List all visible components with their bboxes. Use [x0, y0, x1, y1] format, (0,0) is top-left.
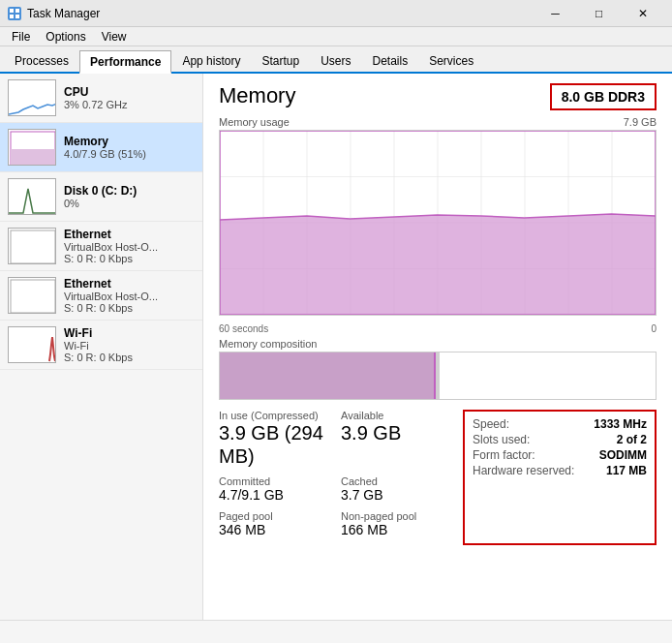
main-container: CPU 3% 0.72 GHz Memory 4.0/7.9 GB (51%) — [0, 74, 672, 620]
slots-label: Slots used: — [473, 433, 574, 446]
disk-detail: 0% — [64, 198, 195, 209]
menu-bar: File Options View — [0, 27, 672, 46]
maximize-button[interactable]: □ — [577, 0, 621, 27]
svg-rect-5 — [11, 149, 55, 165]
stat-cached: Cached 3.7 GB — [341, 475, 463, 503]
disk-name: Disk 0 (C: D:) — [64, 184, 195, 198]
composition-free — [440, 352, 656, 399]
cpu-name: CPU — [64, 85, 195, 99]
svg-rect-7 — [11, 280, 55, 313]
svg-rect-3 — [15, 15, 19, 18]
cached-value: 3.7 GB — [341, 487, 463, 503]
stat-available: Available 3.9 GB — [341, 410, 463, 468]
sidebar-item-memory[interactable]: Memory 4.0/7.9 GB (51%) — [0, 123, 202, 172]
svg-rect-6 — [11, 230, 55, 263]
in-use-value: 3.9 GB (294 MB) — [219, 421, 341, 468]
app-icon — [8, 7, 21, 20]
stats-container: In use (Compressed) 3.9 GB (294 MB) Avai… — [219, 410, 657, 545]
disk-info: Disk 0 (C: D:) 0% — [64, 184, 195, 209]
paged-pool-label: Paged pool — [219, 510, 341, 522]
sidebar: CPU 3% 0.72 GHz Memory 4.0/7.9 GB (51%) — [0, 74, 203, 620]
memory-mini-chart — [8, 129, 56, 166]
ethernet1-mini-chart — [8, 228, 56, 264]
speed-value: 1333 MHz — [582, 417, 647, 431]
stats-right: Speed: 1333 MHz Slots used: 2 of 2 Form … — [463, 410, 657, 545]
available-label: Available — [341, 410, 463, 421]
sidebar-item-ethernet2[interactable]: Ethernet VirtualBox Host-O... S: 0 R: 0 … — [0, 271, 202, 321]
tab-services[interactable]: Services — [418, 48, 484, 72]
ethernet1-detail: VirtualBox Host-O... — [64, 241, 195, 253]
wifi-detail2: S: 0 R: 0 Kbps — [64, 352, 195, 363]
ethernet1-detail2: S: 0 R: 0 Kbps — [64, 253, 195, 264]
composition-in-use — [220, 352, 434, 399]
ethernet1-info: Ethernet VirtualBox Host-O... S: 0 R: 0 … — [64, 228, 195, 264]
form-value: SODIMM — [582, 448, 647, 462]
ethernet2-info: Ethernet VirtualBox Host-O... S: 0 R: 0 … — [64, 277, 195, 314]
cached-label: Cached — [341, 475, 463, 487]
graph-label-row: Memory usage 7.9 GB — [219, 116, 657, 130]
paged-pool-value: 346 MB — [219, 522, 341, 537]
content-header: Memory 8.0 GB DDR3 — [219, 83, 657, 110]
stat-paged-pool: Paged pool 346 MB — [219, 510, 341, 537]
tab-processes[interactable]: Processes — [4, 48, 79, 72]
stat-committed: Committed 4.7/9.1 GB — [219, 475, 341, 503]
form-label: Form factor: — [473, 448, 574, 462]
tab-users[interactable]: Users — [310, 48, 361, 72]
speed-label: Speed: — [473, 417, 574, 431]
cpu-detail: 3% 0.72 GHz — [64, 99, 195, 110]
in-use-label: In use (Compressed) — [219, 410, 341, 421]
ethernet2-detail2: S: 0 R: 0 Kbps — [64, 302, 195, 314]
memory-type-badge: 8.0 GB DDR3 — [550, 83, 657, 110]
tab-startup[interactable]: Startup — [251, 48, 310, 72]
main-graph-container — [219, 130, 657, 316]
svg-rect-2 — [10, 15, 14, 18]
sidebar-item-cpu[interactable]: CPU 3% 0.72 GHz — [0, 74, 202, 123]
ethernet2-detail: VirtualBox Host-O... — [64, 291, 195, 302]
menu-options[interactable]: Options — [38, 28, 93, 46]
tab-bar: Processes Performance App history Startu… — [0, 46, 672, 74]
hw-reserved-value: 117 MB — [582, 464, 647, 477]
time-start: 60 seconds — [219, 323, 268, 334]
cpu-mini-chart — [8, 79, 56, 116]
non-paged-pool-label: Non-paged pool — [341, 510, 463, 522]
hw-reserved-label: Hardware reserved: — [473, 464, 574, 477]
stat-non-paged-pool: Non-paged pool 166 MB — [341, 510, 463, 537]
sidebar-item-ethernet1[interactable]: Ethernet VirtualBox Host-O... S: 0 R: 0 … — [0, 222, 202, 271]
tab-performance[interactable]: Performance — [79, 50, 171, 74]
minimize-button[interactable]: ─ — [534, 0, 577, 27]
stats-left: In use (Compressed) 3.9 GB (294 MB) Avai… — [219, 410, 463, 545]
content-area: Memory 8.0 GB DDR3 Memory usage 7.9 GB — [203, 74, 672, 620]
wifi-detail: Wi-Fi — [64, 340, 195, 352]
close-button[interactable]: ✕ — [621, 0, 664, 27]
sidebar-item-wifi[interactable]: Wi-Fi Wi-Fi S: 0 R: 0 Kbps — [0, 321, 202, 370]
graph-max: 7.9 GB — [624, 116, 657, 128]
title-bar: Task Manager ─ □ ✕ — [0, 0, 672, 27]
stat-in-use: In use (Compressed) 3.9 GB (294 MB) — [219, 410, 341, 468]
memory-detail: 4.0/7.9 GB (51%) — [64, 148, 195, 160]
wifi-name: Wi-Fi — [64, 326, 195, 340]
slots-value: 2 of 2 — [582, 433, 647, 446]
non-paged-pool-value: 166 MB — [341, 522, 463, 537]
ethernet2-mini-chart — [8, 277, 56, 314]
svg-rect-0 — [10, 9, 14, 13]
wifi-info: Wi-Fi Wi-Fi S: 0 R: 0 Kbps — [64, 326, 195, 363]
tab-details[interactable]: Details — [361, 48, 418, 72]
time-labels: 60 seconds 0 — [219, 323, 657, 334]
window-title: Task Manager — [27, 7, 100, 20]
svg-marker-24 — [220, 214, 656, 315]
composition-bar — [219, 352, 657, 400]
committed-label: Committed — [219, 475, 341, 487]
bottom-bar — [0, 620, 672, 643]
menu-file[interactable]: File — [4, 28, 38, 46]
wifi-mini-chart — [8, 326, 56, 363]
tab-app-history[interactable]: App history — [171, 48, 251, 72]
svg-rect-1 — [15, 9, 19, 13]
ethernet1-name: Ethernet — [64, 228, 195, 241]
menu-view[interactable]: View — [94, 28, 135, 46]
composition-label: Memory composition — [219, 338, 657, 350]
ethernet2-name: Ethernet — [64, 277, 195, 291]
memory-usage-graph — [220, 131, 656, 315]
sidebar-item-disk[interactable]: Disk 0 (C: D:) 0% — [0, 172, 202, 222]
disk-mini-chart — [8, 178, 56, 215]
cpu-info: CPU 3% 0.72 GHz — [64, 85, 195, 110]
